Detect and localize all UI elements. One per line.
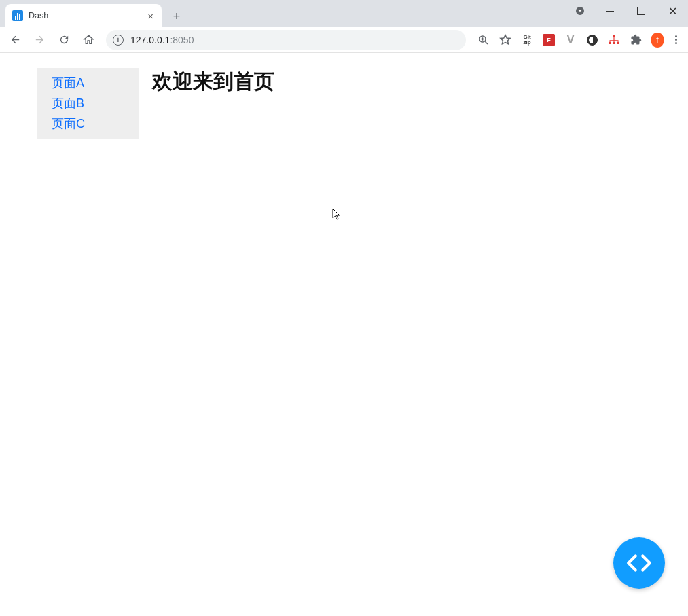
back-button[interactable] <box>4 30 26 50</box>
zoom-icon[interactable] <box>477 33 490 47</box>
browser-tabbar: Dash × + ✕ <box>0 0 688 27</box>
reload-button[interactable] <box>53 30 75 50</box>
dash-devtools-button[interactable] <box>613 537 665 589</box>
window-maximize-button[interactable] <box>626 0 657 22</box>
window-minimize-button[interactable] <box>594 0 626 22</box>
address-bar[interactable]: i 127.0.0.1:8050 <box>106 30 466 50</box>
site-info-icon[interactable]: i <box>113 35 124 46</box>
browser-menu-icon[interactable] <box>672 33 680 47</box>
window-controls: ✕ <box>566 0 688 22</box>
page-heading: 欢迎来到首页 <box>152 68 274 96</box>
mouse-cursor-icon <box>332 208 342 221</box>
sidebar-link-page-a[interactable]: 页面A <box>52 75 139 91</box>
tab-search-icon[interactable] <box>566 0 594 22</box>
tab-title: Dash <box>29 11 141 20</box>
url-text: 127.0.0.1:8050 <box>130 35 194 46</box>
sidebar-link-page-c[interactable]: 页面C <box>52 115 139 132</box>
svg-rect-5 <box>613 35 615 37</box>
dash-app-root: 页面A 页面B 页面C 欢迎来到首页 <box>0 53 688 139</box>
gitzip-extension-icon[interactable]: Git zip <box>520 33 534 47</box>
svg-rect-7 <box>613 42 615 44</box>
home-button[interactable] <box>77 30 99 50</box>
toolbar-extensions: Git zip F V f <box>473 33 684 47</box>
browser-tab[interactable]: Dash × <box>5 4 162 27</box>
close-tab-icon[interactable]: × <box>146 10 155 22</box>
pdf-extension-icon[interactable]: F <box>542 33 556 47</box>
globe-extension-icon[interactable] <box>585 33 599 47</box>
extensions-button-icon[interactable] <box>629 33 642 47</box>
svg-rect-6 <box>609 42 611 44</box>
profile-avatar[interactable]: f <box>651 33 664 47</box>
page-content: 欢迎来到首页 <box>152 68 274 139</box>
svg-line-2 <box>485 41 488 44</box>
svg-rect-8 <box>617 42 619 44</box>
forward-button[interactable] <box>29 30 50 50</box>
sidebar-nav: 页面A 页面B 页面C <box>37 68 139 139</box>
code-icon <box>625 549 653 577</box>
sidebar-link-page-b[interactable]: 页面B <box>52 95 139 111</box>
tab-favicon-chart-icon <box>12 10 23 21</box>
sitemap-extension-icon[interactable] <box>607 33 621 47</box>
window-close-button[interactable]: ✕ <box>657 0 688 22</box>
bookmark-star-icon[interactable] <box>499 33 512 47</box>
new-tab-button[interactable]: + <box>167 7 186 26</box>
vue-extension-icon[interactable]: V <box>564 33 577 47</box>
browser-toolbar: i 127.0.0.1:8050 Git zip F V f <box>0 27 688 53</box>
